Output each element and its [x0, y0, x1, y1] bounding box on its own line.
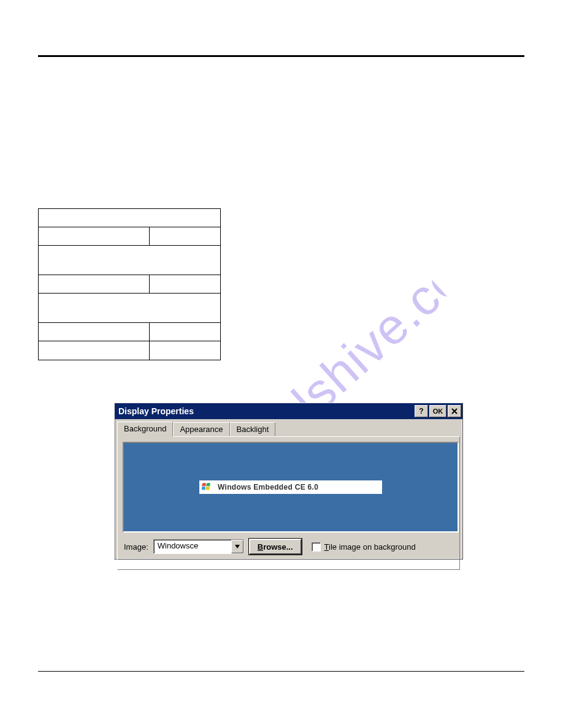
windows-flag-icon: [202, 482, 215, 492]
table-cell: [150, 275, 220, 293]
display-properties-dialog: Display Properties ? OK Background Appea…: [114, 403, 463, 559]
table-cell: [39, 246, 220, 275]
titlebar[interactable]: Display Properties ? OK: [115, 403, 462, 419]
table-cell: [39, 275, 150, 293]
dropdown-arrow[interactable]: [231, 540, 243, 553]
table-cell: [39, 341, 150, 360]
table-cell: [150, 341, 220, 360]
tab-appearance[interactable]: Appearance: [173, 422, 229, 436]
tile-checkbox[interactable]: Tile image on background: [312, 542, 416, 552]
preview-banner: Windows Embedded CE 6.0: [199, 480, 382, 494]
table-cell: [150, 323, 220, 341]
image-select-value: Windowsce: [154, 540, 231, 553]
close-icon: [451, 408, 458, 414]
browse-rest: rowse...: [263, 542, 293, 552]
close-button[interactable]: [448, 405, 461, 417]
table-cell: [39, 323, 150, 341]
controls-row: Image: Windowsce Browse... Tile image on…: [123, 539, 454, 555]
tab-backlight[interactable]: Backlight: [230, 422, 276, 436]
browse-button[interactable]: Browse...: [249, 539, 302, 555]
table-cell: [39, 294, 220, 322]
table-cell: [150, 227, 220, 245]
tab-strip: Background Appearance Backlight: [115, 419, 462, 436]
table-cell: [39, 227, 150, 245]
tab-background[interactable]: Background: [117, 422, 173, 437]
dialog-title: Display Properties: [118, 406, 413, 416]
image-label: Image:: [124, 542, 148, 552]
titlebar-buttons: ? OK: [413, 405, 461, 417]
empty-table: [38, 208, 221, 360]
help-button[interactable]: ?: [415, 405, 428, 417]
image-select[interactable]: Windowsce: [153, 539, 244, 554]
top-rule: [38, 55, 524, 57]
desktop-preview: Windows Embedded CE 6.0: [123, 442, 459, 533]
checkbox-box[interactable]: [312, 542, 321, 552]
tab-panel-background: Windows Embedded CE 6.0 Image: Windowsce…: [117, 436, 460, 570]
browse-accel: B: [258, 542, 263, 552]
bottom-rule: [38, 671, 524, 672]
tile-label: Tile image on background: [324, 542, 416, 552]
chevron-down-icon: [235, 545, 240, 548]
ok-button[interactable]: OK: [429, 405, 446, 417]
table-cell: [39, 209, 220, 227]
preview-banner-text: Windows Embedded CE 6.0: [218, 483, 318, 491]
